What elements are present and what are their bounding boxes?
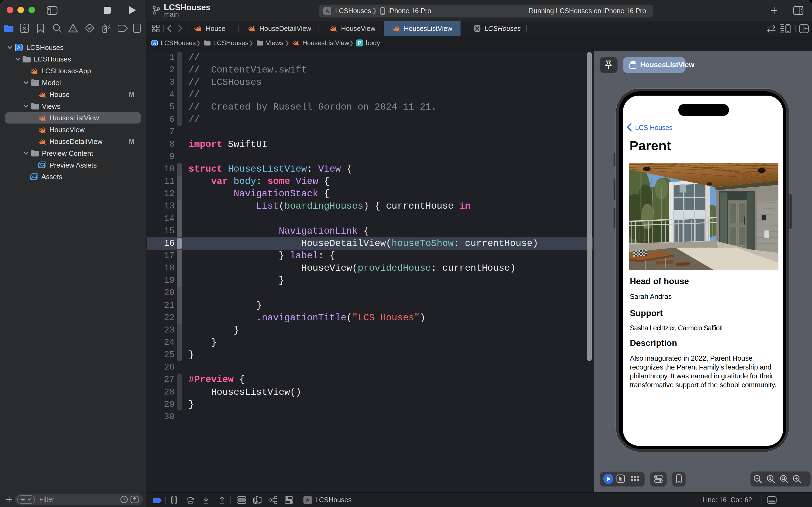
svg-text:1: 1 <box>769 476 771 481</box>
